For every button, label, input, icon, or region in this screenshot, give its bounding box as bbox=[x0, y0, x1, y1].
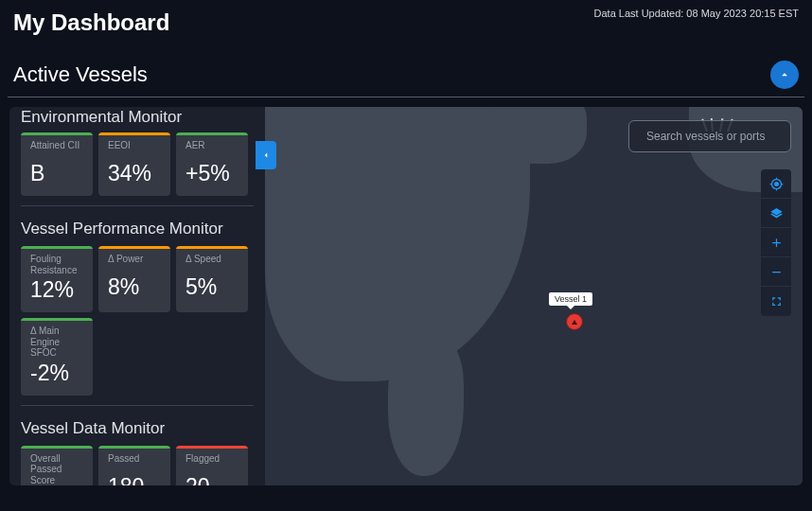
collapse-sidebar-button[interactable] bbox=[256, 141, 276, 169]
card-value: 34% bbox=[108, 161, 161, 186]
monitors-sidebar: Environmental Monitor Attained CII B EEO… bbox=[9, 107, 265, 485]
card-value: +5% bbox=[185, 161, 238, 186]
card-passed[interactable]: Passed 180 bbox=[98, 446, 170, 486]
monitor-divider bbox=[21, 405, 254, 406]
environmental-monitor-title: Environmental Monitor bbox=[21, 107, 254, 125]
last-updated-text: Data Last Updated: 08 May 2023 20:15 EST bbox=[594, 8, 799, 19]
card-status-bar bbox=[21, 446, 93, 449]
card-aer[interactable]: AER +5% bbox=[176, 132, 248, 196]
minus-icon bbox=[769, 265, 784, 279]
card-status-bar bbox=[98, 132, 170, 135]
card-delta-power[interactable]: Δ Power 8% bbox=[98, 246, 170, 312]
card-label: Fouling Resistance bbox=[30, 254, 83, 275]
card-value: -2% bbox=[30, 361, 83, 386]
card-value: 12% bbox=[30, 277, 83, 303]
collapse-section-button[interactable] bbox=[770, 61, 799, 89]
section-title: Active Vessels bbox=[13, 62, 148, 87]
card-label: Overall Passed Score bbox=[30, 453, 83, 486]
map-layers-button[interactable] bbox=[761, 199, 791, 228]
card-label: Flagged bbox=[185, 453, 238, 472]
dashboard-panel: Environmental Monitor Attained CII B EEO… bbox=[9, 107, 803, 485]
card-value: 180 bbox=[108, 474, 161, 486]
map-fullscreen-button[interactable] bbox=[761, 287, 791, 316]
map-zoom-in-button[interactable] bbox=[761, 228, 791, 257]
card-status-bar bbox=[21, 246, 93, 249]
data-monitor-title: Vessel Data Monitor bbox=[21, 419, 254, 438]
card-status-bar bbox=[98, 446, 170, 449]
card-overall-passed-score[interactable]: Overall Passed Score 90% bbox=[21, 446, 93, 486]
card-status-bar bbox=[98, 246, 170, 249]
card-delta-main-engine-sfoc[interactable]: Δ Main Engine SFOC -2% bbox=[21, 318, 93, 396]
fullscreen-icon bbox=[769, 294, 784, 308]
page-title: My Dashboard bbox=[13, 9, 169, 36]
card-attained-cii[interactable]: Attained CII B bbox=[21, 132, 93, 196]
map-controls bbox=[761, 169, 791, 316]
card-status-bar bbox=[21, 132, 93, 135]
card-value: B bbox=[30, 161, 83, 186]
card-label: Δ Speed bbox=[185, 254, 238, 273]
chevron-left-icon bbox=[261, 150, 271, 160]
performance-monitor-title: Vessel Performance Monitor bbox=[21, 220, 254, 238]
card-status-bar bbox=[176, 246, 248, 249]
vessel-tooltip: Vessel 1 bbox=[549, 292, 592, 306]
section-divider bbox=[8, 97, 804, 97]
plus-icon bbox=[769, 236, 784, 250]
map-search-input[interactable] bbox=[646, 130, 788, 143]
card-label: AER bbox=[185, 140, 238, 159]
layers-icon bbox=[769, 206, 784, 220]
card-flagged[interactable]: Flagged 20 bbox=[176, 446, 248, 486]
card-label: Δ Power bbox=[108, 254, 161, 273]
vessel-marker[interactable] bbox=[566, 313, 583, 330]
card-eeoi[interactable]: EEOI 34% bbox=[98, 132, 170, 196]
card-value: 5% bbox=[185, 274, 238, 300]
card-status-bar bbox=[176, 132, 248, 135]
map-zoom-out-button[interactable] bbox=[761, 257, 791, 287]
landmass-shape bbox=[388, 334, 464, 476]
monitor-divider bbox=[21, 205, 254, 206]
card-fouling-resistance[interactable]: Fouling Resistance 12% bbox=[21, 246, 93, 312]
card-delta-speed[interactable]: Δ Speed 5% bbox=[176, 246, 248, 312]
landmass-shape bbox=[265, 107, 530, 381]
map-locate-button[interactable] bbox=[761, 169, 791, 199]
card-label: Passed bbox=[108, 453, 161, 472]
locate-icon bbox=[769, 177, 784, 191]
card-status-bar bbox=[176, 446, 248, 449]
map-canvas[interactable]: Vessel 1 bbox=[265, 107, 803, 485]
card-label: Attained CII bbox=[30, 140, 83, 159]
card-status-bar bbox=[21, 318, 93, 321]
card-label: Δ Main Engine SFOC bbox=[30, 326, 83, 359]
card-value: 20 bbox=[185, 474, 238, 486]
card-label: EEOI bbox=[108, 140, 161, 159]
chevron-up-icon bbox=[778, 68, 791, 81]
landmass-shape bbox=[492, 107, 587, 164]
card-value: 8% bbox=[108, 274, 161, 300]
map-search-box[interactable] bbox=[628, 120, 791, 152]
